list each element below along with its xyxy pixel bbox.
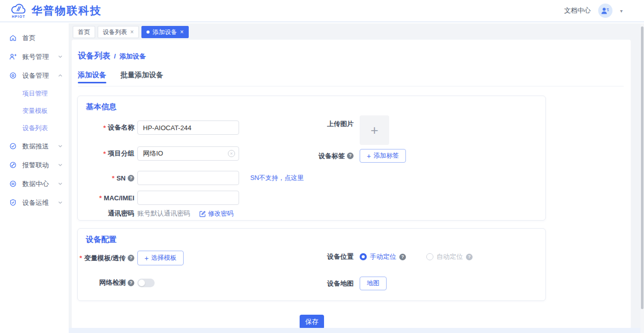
sidebar-item-alarm-linkage[interactable]: 报警联动	[0, 156, 69, 174]
device-config-title: 设备配置	[86, 235, 116, 245]
tabstrip-tab-home[interactable]: 首页	[73, 26, 95, 38]
sn-input[interactable]	[137, 171, 239, 185]
sidebar-subitem-device-list[interactable]: 设备列表	[0, 119, 69, 137]
auto-location-radio[interactable]	[426, 253, 433, 260]
device-tag-row: 设备标签 ? + 添加标签	[275, 149, 406, 163]
device-name-input[interactable]	[137, 120, 239, 135]
chevron-up-icon	[58, 73, 63, 78]
user-avatar[interactable]	[598, 4, 612, 18]
chevron-down-icon	[58, 200, 63, 205]
close-icon[interactable]: ×	[180, 28, 184, 36]
sidebar-item-label: 数据中心	[22, 179, 49, 189]
change-password-link[interactable]: 修改密码	[208, 209, 233, 218]
mac-imei-label: * MAC/IMEI	[78, 194, 134, 202]
required-mark: *	[99, 194, 102, 202]
device-name-row: * 设备名称	[78, 120, 239, 135]
network-check-row: 网络检测 ?	[78, 278, 155, 287]
clear-icon[interactable]: ×	[228, 150, 235, 157]
close-icon[interactable]: ×	[130, 28, 134, 36]
sidebar-item-data-push[interactable]: 数据推送	[0, 137, 69, 156]
form-tabs: 添加设备 批量添加设备	[78, 68, 624, 86]
sidebar-item-account[interactable]: 账号管理	[0, 47, 69, 66]
change-password-action[interactable]: 修改密码	[199, 209, 233, 218]
sidebar-item-label: 设备运维	[22, 198, 49, 207]
sn-label: * SN ?	[78, 174, 134, 182]
manual-location-radio[interactable]	[360, 253, 367, 260]
device-config-panel: 设备配置 * 变量模板/透传 ? + 选择模板	[77, 228, 546, 301]
comm-password-value: 账号默认通讯密码	[137, 209, 190, 218]
sidebar-item-label: 设备管理	[22, 71, 49, 80]
device-location-label: 设备位置	[275, 252, 354, 261]
project-group-label: * 项目分组	[78, 149, 134, 158]
breadcrumb-parent[interactable]: 设备列表	[78, 51, 110, 62]
required-mark: *	[79, 254, 82, 262]
upload-image-row: 上传图片 +	[275, 115, 389, 145]
avatar-caret-icon[interactable]: ▾	[620, 8, 623, 14]
device-map-label: 设备地图	[275, 279, 354, 288]
chevron-down-icon	[58, 181, 63, 186]
sidebar-item-device-ops[interactable]: 设备运维	[0, 193, 69, 212]
network-check-label: 网络检测 ?	[78, 278, 134, 287]
scrollbar-thumb[interactable]	[641, 26, 643, 309]
sidebar-item-label: 数据推送	[22, 142, 49, 151]
tabstrip-tab-add-device[interactable]: 添加设备 ×	[141, 26, 189, 38]
cloud-logo-icon: HPIOT	[10, 3, 27, 18]
sidebar-subitem-variable-template[interactable]: 变量模板	[0, 102, 69, 119]
help-icon[interactable]: ?	[128, 175, 134, 181]
sidebar-item-label: 账号管理	[22, 52, 49, 62]
home-icon	[9, 34, 17, 42]
data-push-icon	[9, 142, 17, 150]
basic-info-title: 基本信息	[86, 102, 116, 112]
main-content-area: 首页 设备列表 × 添加设备 × 设备列表 / 添加设备 添加设备 批量添加设备	[69, 23, 644, 333]
help-icon[interactable]: ?	[128, 255, 134, 261]
active-dot-icon	[147, 31, 150, 34]
chevron-down-icon	[58, 144, 63, 148]
project-group-input[interactable]	[137, 146, 239, 161]
map-button[interactable]: 地图	[360, 277, 387, 290]
help-icon[interactable]: ?	[128, 280, 134, 286]
top-header: HPIOT 华普物联科技 文档中心 ▾	[0, 0, 644, 22]
auto-location-label[interactable]: 自动定位	[436, 252, 463, 261]
device-tag-label: 设备标签 ?	[275, 152, 354, 161]
help-icon[interactable]: ?	[347, 153, 354, 159]
avatar-person-icon	[601, 7, 609, 15]
plus-icon: +	[367, 152, 371, 160]
sn-not-supported-link[interactable]: SN不支持，点这里	[250, 174, 304, 183]
select-template-button[interactable]: + 选择模板	[137, 251, 184, 265]
help-icon[interactable]: ?	[466, 254, 473, 260]
variable-template-row: * 变量模板/透传 ? + 选择模板	[78, 251, 184, 265]
device-mgmt-icon	[9, 72, 17, 79]
sidebar-nav: 首页 账号管理 设备管理 项目管理 变量模板 设备列表	[0, 23, 69, 333]
mac-imei-input[interactable]	[137, 191, 239, 205]
vertical-scrollbar	[640, 23, 644, 333]
comm-password-row: 通讯密码 账号默认通讯密码 修改密码	[78, 209, 233, 218]
tabstrip-tab-device-list[interactable]: 设备列表 ×	[98, 26, 139, 38]
chevron-down-icon	[58, 54, 63, 59]
network-check-toggle[interactable]	[137, 279, 155, 287]
manual-location-label[interactable]: 手动定位	[370, 252, 396, 261]
tab-add-device[interactable]: 添加设备	[78, 68, 106, 86]
data-center-icon	[9, 180, 17, 188]
sidebar-item-home[interactable]: 首页	[0, 28, 69, 47]
breadcrumb-separator: /	[114, 52, 116, 60]
plus-icon: +	[370, 123, 378, 138]
doc-center-link[interactable]: 文档中心	[564, 6, 591, 15]
account-icon	[9, 53, 17, 60]
device-map-row: 设备地图 地图	[275, 277, 387, 290]
sidebar-item-device-mgmt[interactable]: 设备管理	[0, 66, 69, 85]
chevron-down-icon	[58, 163, 63, 167]
sidebar-subitem-project-mgmt[interactable]: 项目管理	[0, 85, 69, 102]
basic-info-panel: 基本信息 * 设备名称 * 项目分组	[77, 96, 546, 221]
sidebar-item-data-center[interactable]: 数据中心	[0, 174, 69, 193]
page-tabstrip: 首页 设备列表 × 添加设备 ×	[73, 26, 189, 38]
sidebar-item-label: 报警联动	[22, 161, 49, 170]
upload-image-button[interactable]: +	[360, 115, 389, 145]
bottom-strip	[69, 328, 644, 333]
edit-icon	[199, 210, 206, 217]
help-icon[interactable]: ?	[399, 254, 406, 260]
upload-image-label: 上传图片	[275, 115, 354, 129]
add-tag-button[interactable]: + 添加标签	[360, 149, 406, 163]
alarm-linkage-icon	[9, 161, 17, 169]
tab-batch-add-device[interactable]: 批量添加设备	[121, 68, 163, 86]
save-button[interactable]: 保存	[300, 315, 324, 329]
